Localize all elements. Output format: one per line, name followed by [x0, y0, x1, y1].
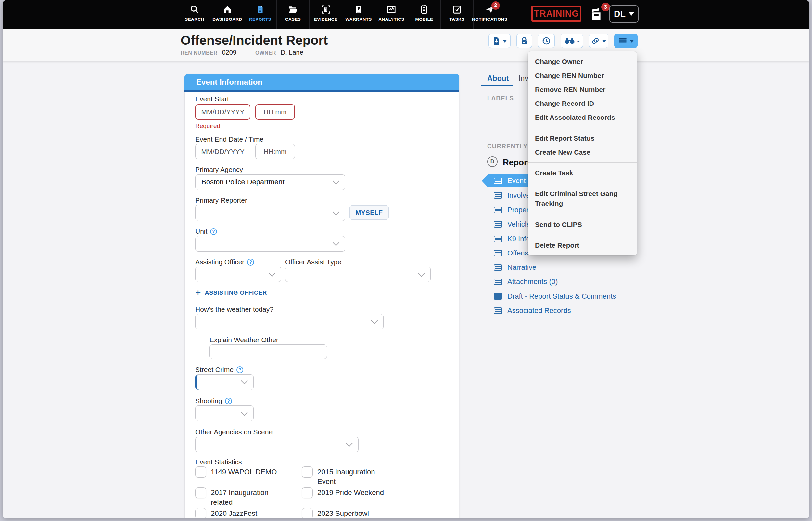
reports-icon	[255, 4, 266, 15]
warrants-icon	[353, 4, 364, 15]
help-icon[interactable]: ?	[237, 366, 243, 373]
event-start-time-input[interactable]	[255, 104, 295, 120]
weather-select[interactable]	[195, 314, 383, 330]
event-statistic-checkbox[interactable]	[195, 467, 206, 477]
menu-item-change-owner[interactable]: Change Owner	[528, 54, 637, 68]
event-end-time-input[interactable]	[255, 144, 295, 159]
event-information-panel: Event Information Event Start Required E…	[184, 74, 459, 518]
menu-group: Create Task	[528, 162, 637, 183]
event-statistic-option: 2015 Inauguration Event	[317, 467, 382, 486]
nav-item-evidence[interactable]: EVIDENCE	[309, 0, 342, 28]
event-statistic-checkbox[interactable]	[302, 467, 313, 477]
menu-item-edit-gang-tracking[interactable]: Edit Criminal Street Gang Tracking	[528, 187, 636, 211]
nav-item-reports[interactable]: REPORTS	[244, 0, 277, 28]
report-card-link-property[interactable]: Propert	[494, 204, 531, 217]
add-assisting-officer-link[interactable]: + ASSISTING OFFICER	[195, 289, 267, 297]
nav-label: DASHBOARD	[213, 17, 242, 22]
officer-assist-type-label: Officer Assist Type	[285, 258, 342, 266]
menu-item-remove-ren-number[interactable]: Remove REN Number	[528, 83, 637, 96]
report-card-link-vehicle[interactable]: Vehicle	[494, 218, 530, 231]
lock-report-button[interactable]	[517, 34, 532, 48]
tab-about[interactable]: About	[487, 74, 509, 83]
chevron-down-icon	[333, 239, 339, 246]
review-button[interactable]: -	[561, 34, 583, 48]
nav-item-tasks[interactable]: TASKS	[440, 0, 473, 28]
nav-item-analytics[interactable]: ANALYTICS	[375, 0, 408, 28]
primary-agency-select[interactable]: Boston Police Department	[195, 174, 345, 190]
report-card-link-involvements[interactable]: Involve	[494, 189, 530, 202]
report-card-link-k9[interactable]: K9 Info	[494, 232, 530, 245]
chevron-down-icon	[602, 40, 607, 43]
cases-icon	[287, 4, 299, 15]
event-statistic-option: 2019 Pride Weekend	[317, 488, 384, 498]
report-card-link-attachments[interactable]: Attachments (0)	[494, 275, 558, 288]
primary-reporter-select[interactable]	[195, 205, 345, 221]
ren-number-label: REN NUMBER	[181, 50, 217, 56]
dash-glyph: -	[577, 37, 580, 45]
chevron-down-icon	[333, 178, 339, 184]
menu-group: Change Owner Change REN Number Remove RE…	[528, 51, 637, 128]
user-menu-button[interactable]: DL	[609, 5, 639, 23]
weather-label: How's the weather today?	[195, 305, 273, 313]
report-card-link-narrative[interactable]: Narrative	[494, 261, 536, 274]
menu-item-delete-report[interactable]: Delete Report	[528, 238, 637, 252]
report-card-icon	[494, 250, 502, 256]
menu-item-change-ren-number[interactable]: Change REN Number	[528, 68, 637, 83]
link-record-button[interactable]	[589, 34, 608, 48]
nav-label: SEARCH	[185, 17, 204, 22]
menu-item-create-new-case[interactable]: Create New Case	[528, 145, 637, 159]
nav-item-mobile[interactable]: MOBILE	[408, 0, 440, 28]
event-statistic-option: 1149 WAPOL DEMO	[211, 467, 277, 477]
nav-item-search[interactable]: SEARCH	[178, 0, 211, 28]
report-card-link-associated-records[interactable]: Associated Records	[494, 304, 571, 317]
history-button[interactable]	[538, 34, 555, 48]
nav-items: SEARCH DASHBOARD REPORTS CASES	[178, 0, 506, 28]
chevron-down-icon	[333, 208, 339, 215]
nav-item-cases[interactable]: CASES	[277, 0, 309, 28]
report-card-link-offense[interactable]: Offense	[494, 247, 532, 260]
event-start-label: Event Start	[195, 95, 229, 103]
event-statistic-checkbox[interactable]	[195, 508, 206, 518]
event-statistics-label: Event Statistics	[195, 458, 242, 466]
explain-weather-other-input[interactable]	[210, 344, 327, 359]
export-report-button[interactable]	[488, 34, 510, 48]
chevron-down-icon	[371, 317, 378, 324]
event-statistic-checkbox[interactable]	[302, 487, 313, 498]
myself-button[interactable]: MYSELF	[350, 205, 389, 220]
required-error-text: Required	[195, 122, 220, 130]
report-card-icon	[494, 221, 502, 228]
evidence-icon	[320, 4, 331, 15]
event-statistic-checkbox[interactable]	[302, 508, 313, 518]
other-agencies-select[interactable]	[195, 437, 358, 452]
event-end-date-input[interactable]	[195, 144, 250, 159]
shooting-select[interactable]	[195, 405, 254, 421]
event-start-date-input[interactable]	[195, 104, 250, 120]
user-initials: DL	[614, 9, 626, 19]
assisting-officer-select[interactable]	[195, 267, 281, 282]
nav-item-dashboard[interactable]: DASHBOARD	[211, 0, 244, 28]
help-icon[interactable]: ?	[225, 398, 232, 405]
menu-item-edit-associated-records[interactable]: Edit Associated Records	[528, 110, 637, 124]
officer-assist-type-select[interactable]	[285, 267, 431, 282]
explain-weather-other-label: Explain Weather Other	[210, 336, 278, 344]
report-card-link-draft-status[interactable]: Draft - Report Status & Comments	[494, 290, 616, 303]
event-statistic-checkbox[interactable]	[195, 487, 206, 498]
actions-menu-button[interactable]	[614, 34, 638, 48]
help-icon[interactable]: ?	[210, 228, 217, 235]
link-record-icon	[591, 37, 599, 45]
selected-arrow	[482, 174, 488, 187]
tasks-icon	[452, 4, 462, 15]
nav-item-warrants[interactable]: WARRANTS	[342, 0, 375, 28]
help-icon[interactable]: ?	[247, 259, 254, 266]
street-crime-select[interactable]	[195, 374, 254, 390]
menu-item-send-to-clips[interactable]: Send to CLIPS	[528, 218, 637, 231]
nav-item-notifications[interactable]: NOTIFICATIONS 2	[473, 0, 506, 28]
menu-item-edit-report-status[interactable]: Edit Report Status	[528, 131, 637, 145]
inbox-button[interactable]: 3	[589, 6, 607, 23]
unit-select[interactable]	[195, 236, 345, 252]
menu-item-create-task[interactable]: Create Task	[528, 166, 637, 180]
report-meta: REN NUMBER 0209 OWNER D. Lane	[181, 49, 303, 56]
menu-item-change-record-id[interactable]: Change Record ID	[528, 96, 637, 110]
report-card-icon	[494, 207, 502, 213]
owner-label: OWNER	[255, 50, 276, 56]
